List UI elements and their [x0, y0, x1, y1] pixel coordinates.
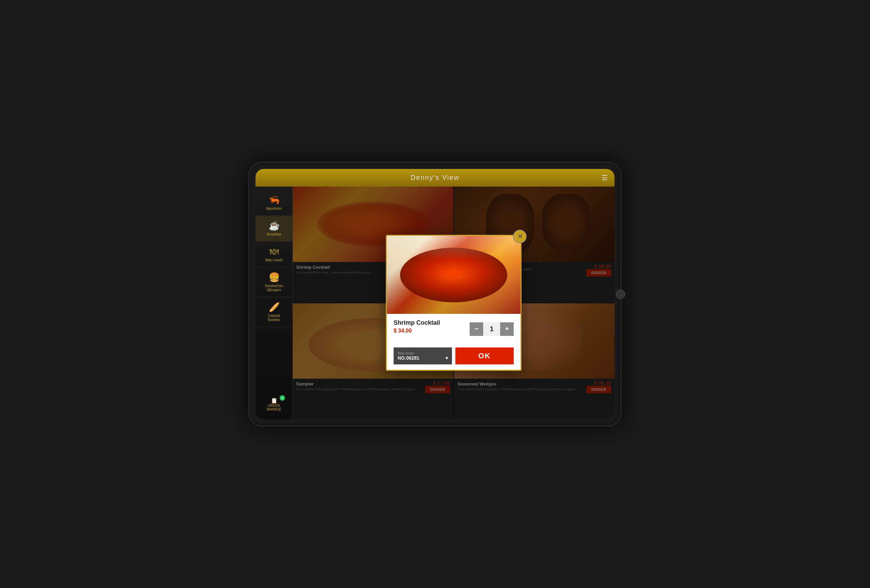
- order-select-label: New Order: [398, 351, 448, 355]
- order-select-dropdown[interactable]: New Order NO.06281 ▾: [393, 347, 452, 365]
- order-manage-icon: 📋: [271, 397, 277, 404]
- quantity-controls: − 1 +: [469, 322, 514, 336]
- main-content: 🦐 Appetizers ☕ Breakfast 🍽 Main meals 🍔 …: [256, 187, 614, 419]
- sidebar-item-label: Appetizers: [266, 207, 282, 211]
- order-badge: 2: [280, 395, 285, 401]
- menu-icon[interactable]: ☰: [602, 174, 608, 182]
- sidebar-item-breakfast[interactable]: ☕ Breakfast: [256, 216, 292, 241]
- app-title: Denny's View: [411, 174, 459, 182]
- sidebar-item-label: Breakfast: [267, 232, 281, 237]
- quantity-decrease-button[interactable]: −: [469, 322, 483, 336]
- sidebar: 🦐 Appetizers ☕ Breakfast 🍽 Main meals 🍔 …: [256, 187, 293, 419]
- modal-body: Shrimp Cocktail $ 34.00 − 1 +: [387, 314, 520, 344]
- ciabatta-icon: 🥖: [269, 302, 280, 313]
- tablet-frame: Denny's View ☰ 🦐 Appetizers ☕ Breakfast …: [248, 162, 622, 426]
- sidebar-item-label: Main meals: [265, 258, 283, 262]
- sidebar-item-ciabatta[interactable]: 🥖 Ciabatta Buddies: [256, 297, 292, 327]
- modal-footer: New Order NO.06281 ▾ OK: [387, 344, 520, 370]
- modal-close-button[interactable]: ✕: [513, 230, 527, 243]
- sidebar-item-order-manage[interactable]: 2 📋 ORDER MANAGE: [256, 393, 292, 416]
- quantity-increase-button[interactable]: +: [500, 322, 514, 336]
- sandwiches-icon: 🍔: [269, 272, 280, 283]
- main-meals-icon: 🍽: [270, 246, 279, 257]
- home-button[interactable]: [616, 289, 625, 299]
- sidebar-item-appetizers[interactable]: 🦐 Appetizers: [256, 190, 292, 216]
- modal-item-name: Shrimp Cocktail: [393, 319, 440, 326]
- ok-button[interactable]: OK: [455, 347, 514, 365]
- content-area: Shrimp Cocktail It's a seafood dish cons…: [293, 187, 614, 419]
- modal-item-price: $ 34.00: [393, 328, 440, 334]
- sidebar-item-label: Sandwiches &Burgers: [265, 284, 283, 292]
- tablet-screen: Denny's View ☰ 🦐 Appetizers ☕ Breakfast …: [256, 169, 614, 419]
- modal-item-details: Shrimp Cocktail $ 34.00: [393, 319, 440, 339]
- app-header: Denny's View ☰: [256, 169, 614, 187]
- appetizers-icon: 🦐: [269, 195, 280, 205]
- order-modal: ✕ Shrimp Cocktail $ 34.00 − 1: [386, 235, 521, 371]
- order-manage-label: ORDER MANAGE: [267, 404, 281, 411]
- sidebar-item-sandwiches[interactable]: 🍔 Sandwiches &Burgers: [256, 267, 292, 297]
- modal-food-image: [387, 236, 520, 314]
- quantity-value: 1: [483, 322, 500, 336]
- order-select-value: NO.06281 ▾: [398, 355, 448, 361]
- sidebar-item-main-meals[interactable]: 🍽 Main meals: [256, 241, 292, 267]
- dropdown-chevron: ▾: [445, 355, 448, 361]
- sidebar-item-label: Ciabatta Buddies: [268, 314, 280, 322]
- order-number: NO.06281: [398, 355, 419, 361]
- breakfast-icon: ☕: [269, 220, 280, 231]
- modal-overlay[interactable]: ✕ Shrimp Cocktail $ 34.00 − 1: [293, 187, 614, 419]
